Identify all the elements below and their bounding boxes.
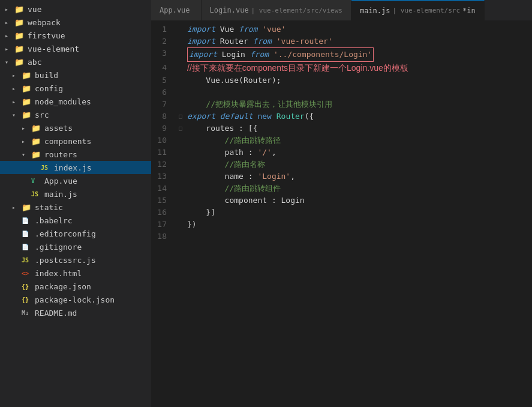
folder-arrow-assets[interactable]: ▸ xyxy=(22,125,31,131)
sidebar-item-.editorconfig[interactable]: 📄.editorconfig xyxy=(0,227,151,240)
folder-arrow-vue[interactable]: ▸ xyxy=(5,6,14,13)
code-line-2: 2import Router from 'vue-router' xyxy=(151,35,532,47)
sidebar-item-.gitignore[interactable]: 📄.gitignore xyxy=(0,240,151,253)
file-icon-.editorconfig: 📄 xyxy=(22,231,32,237)
sidebar-item-firstvue[interactable]: ▸📁firstvue xyxy=(0,29,151,42)
sidebar-item-App.vue[interactable]: VApp.vue xyxy=(0,174,151,187)
token-line12-0: //路由名称 xyxy=(187,160,265,169)
folder-arrow-webpack[interactable]: ▸ xyxy=(5,19,14,26)
line-number-4: 4 xyxy=(151,62,176,74)
code-line-1: 1import Vue from 'vue' xyxy=(151,23,532,35)
folder-arrow-components[interactable]: ▸ xyxy=(22,138,31,145)
token-line15-0: component : Login xyxy=(187,196,305,205)
tab-modified-indicator: *in xyxy=(462,7,476,15)
token-line1-1: Vue xyxy=(215,25,239,34)
item-label-src: src xyxy=(35,110,151,119)
item-label-routers: routers xyxy=(44,150,151,159)
kw-from-line3: from xyxy=(250,50,269,59)
folder-arrow-firstvue[interactable]: ▸ xyxy=(5,32,14,39)
folder-arrow-node_modules[interactable]: ▸ xyxy=(12,98,22,105)
folder-arrow-static[interactable]: ▸ xyxy=(12,204,22,211)
sidebar-item-node_modules[interactable]: ▸📁node_modules xyxy=(0,95,151,108)
code-content-7: //把模块暴露出去，让其他模块引用 xyxy=(185,98,532,110)
sidebar-item-.postcssrc.js[interactable]: JS.postcssrc.js xyxy=(0,253,151,267)
folder-icon-assets: 📁 xyxy=(31,124,42,133)
sidebar-item-vue-element[interactable]: ▸📁vue-element xyxy=(0,42,151,55)
fold-gutter-9[interactable]: □ xyxy=(176,122,185,134)
sidebar-item-main.js[interactable]: JSmain.js xyxy=(0,187,151,200)
item-label-.gitignore: .gitignore xyxy=(35,243,151,252)
sidebar-item-components[interactable]: ▸📁components xyxy=(0,134,151,148)
line-number-6: 6 xyxy=(151,86,176,98)
item-label-.babelrc: .babelrc xyxy=(35,216,151,225)
item-label-package-lock.json: package-lock.json xyxy=(35,295,151,304)
sidebar-item-.babelrc[interactable]: 📄.babelrc xyxy=(0,214,151,227)
line-number-18: 18 xyxy=(151,231,176,243)
line-number-17: 17 xyxy=(151,219,176,231)
folder-arrow-src[interactable]: ▾ xyxy=(12,112,22,118)
item-label-README.md: README.md xyxy=(35,309,151,318)
sidebar-item-assets[interactable]: ▸📁assets xyxy=(0,121,151,134)
folder-icon-node_modules: 📁 xyxy=(22,97,32,106)
sidebar-item-index.html[interactable]: <>index.html xyxy=(0,267,151,280)
code-line-7: 7 //把模块暴露出去，让其他模块引用 xyxy=(151,98,532,110)
token-line10-0: //路由跳转路径 xyxy=(187,136,281,145)
code-line-13: 13 name : 'Login', xyxy=(151,170,532,182)
line-number-2: 2 xyxy=(151,35,176,47)
code-line-8: 8□export default new Router({ xyxy=(151,110,532,122)
folder-icon-abc: 📁 xyxy=(14,58,25,67)
tab-label-appvue: App.vue xyxy=(160,6,190,14)
folder-arrow-vue-element[interactable]: ▸ xyxy=(5,46,14,52)
code-editor[interactable]: 1import Vue from 'vue'2import Router fro… xyxy=(151,21,532,407)
line-number-13: 13 xyxy=(151,170,176,182)
code-content-5: Vue.use(Router); xyxy=(185,74,532,86)
sidebar-item-routers[interactable]: ▾📁routers xyxy=(0,148,151,161)
folder-arrow-abc[interactable]: ▾ xyxy=(5,59,14,65)
code-line-11: 11 path : '/', xyxy=(151,146,532,158)
sidebar-item-build[interactable]: ▸📁build xyxy=(0,68,151,82)
item-label-abc: abc xyxy=(28,58,151,67)
line-number-3: 3 xyxy=(151,47,176,59)
sidebar-item-webpack[interactable]: ▸📁webpack xyxy=(0,16,151,29)
folder-icon-build: 📁 xyxy=(22,71,32,80)
fold-gutter-8[interactable]: □ xyxy=(176,110,185,122)
code-content-17: }) xyxy=(185,219,532,231)
token-line17-0: }) xyxy=(187,220,197,229)
token-line2-3 xyxy=(272,37,276,46)
token-line11-2: , xyxy=(272,148,276,157)
folder-arrow-build[interactable]: ▸ xyxy=(12,72,22,79)
token-line8-1 xyxy=(215,112,220,121)
token-line7-0: //把模块暴露出去，让其他模块引用 xyxy=(187,100,332,109)
file-explorer: ▸📁vue▸📁webpack▸📁firstvue▸📁vue-element▾📁a… xyxy=(0,0,151,407)
code-line-4: 4//接下来就要在components目录下新建一个Login.vue的模板 xyxy=(151,62,532,74)
sidebar-item-package-lock.json[interactable]: {}package-lock.json xyxy=(0,293,151,306)
login-name: Login xyxy=(217,50,250,59)
tab-label-mainjs: main.js xyxy=(360,7,390,15)
folder-icon-webpack: 📁 xyxy=(14,18,25,27)
tab-label-loginvue: Login.vue xyxy=(210,6,249,14)
sidebar-item-config[interactable]: ▸📁config xyxy=(0,82,151,95)
token-line1-0: import xyxy=(187,25,215,34)
token-line13-1: 'Login' xyxy=(257,172,290,181)
item-label-build: build xyxy=(35,71,151,80)
file-icon-main.js: JS xyxy=(31,191,42,197)
sidebar-item-abc[interactable]: ▾📁abc xyxy=(0,55,151,68)
tab-loginvue[interactable]: Login.vue | vue-element/src/views xyxy=(202,0,351,20)
code-content-8: export default new Router({ xyxy=(185,110,532,122)
sidebar-item-static[interactable]: ▸📁static xyxy=(0,200,151,214)
sidebar-item-index.js[interactable]: JSindex.js xyxy=(0,161,151,174)
folder-arrow-config[interactable]: ▸ xyxy=(12,85,22,92)
tab-appvue[interactable]: App.vue xyxy=(151,0,202,20)
tab-mainjs[interactable]: main.js | vue-element/src*in xyxy=(351,0,485,20)
sidebar-item-package.json[interactable]: {}package.json xyxy=(0,280,151,293)
item-label-index.js: index.js xyxy=(54,163,151,172)
sidebar-item-README.md[interactable]: M↓README.md xyxy=(0,306,151,319)
sidebar-item-vue[interactable]: ▸📁vue xyxy=(0,2,151,16)
sidebar-item-src[interactable]: ▾📁src xyxy=(0,108,151,121)
file-icon-package.json: {} xyxy=(22,283,32,290)
item-label-vue: vue xyxy=(28,5,151,14)
folder-icon-config: 📁 xyxy=(22,84,32,93)
code-content-13: name : 'Login', xyxy=(185,170,532,182)
folder-arrow-routers[interactable]: ▾ xyxy=(22,151,31,158)
code-content-12: //路由名称 xyxy=(185,158,532,170)
